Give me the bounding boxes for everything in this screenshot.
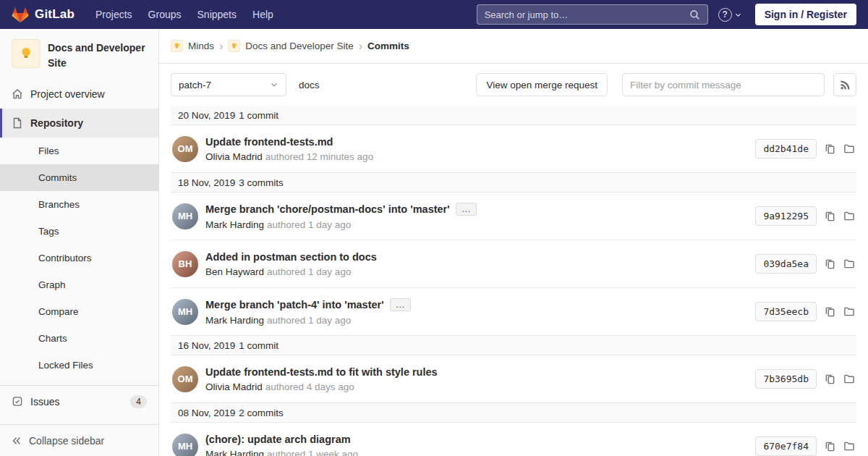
copy-icon [825,143,835,154]
sidebar-item-commits[interactable]: Commits [0,164,158,191]
copy-sha-button[interactable] [825,441,835,452]
author-avatar[interactable]: OM [172,136,198,162]
branch-selector-dropdown[interactable]: patch-7 [171,73,286,96]
copy-sha-button[interactable] [825,258,835,269]
sidebar-item-project-overview[interactable]: Project overview [0,80,158,109]
browse-files-button[interactable] [843,143,855,154]
commit-date: 20 Nov, 2019 [178,110,235,121]
project-header[interactable]: Docs and Developer Site [0,29,158,80]
author-avatar[interactable]: OM [172,366,198,392]
commit-sha-link[interactable]: 9a912295 [755,206,817,226]
breadcrumb-project-link[interactable]: Docs and Developer Site [245,41,353,51]
commit-title-link[interactable]: Added in postman section to docs [205,251,377,263]
commit-title-link[interactable]: (chore): update arch diagram [205,434,351,445]
browse-files-button[interactable] [843,258,855,269]
sidebar-item-tags[interactable]: Tags [0,218,158,245]
issues-count-badge: 4 [130,395,147,408]
commit-info: Update frontend-tests.md Olivia Madridau… [205,136,755,162]
commit-actions: 7d35eecb [755,302,856,321]
commit-time: authored 1 week ago [267,449,358,456]
sidebar-item-compare[interactable]: Compare [0,298,158,325]
commit-title-link[interactable]: Merge branch 'chore/postman-docs' into '… [205,203,450,215]
sidebar-item-branches[interactable]: Branches [0,191,158,218]
commit-author-link[interactable]: Mark Harding [205,219,264,230]
document-icon [12,117,23,129]
project-sidebar: Docs and Developer Site Project overview… [0,29,159,456]
browse-files-button[interactable] [843,211,855,221]
repository-submenu: Files Commits Branches Tags Contributors… [0,138,158,379]
help-menu-button[interactable]: ? [718,8,742,22]
commit-sha-link[interactable]: dd2b41de [755,139,817,159]
nav-link-projects[interactable]: Projects [88,0,140,29]
global-search[interactable] [477,4,708,25]
breadcrumb-group-link[interactable]: Minds [188,41,214,51]
commit-sha-link[interactable]: 7d35eecb [755,302,817,321]
home-icon [12,88,23,100]
nav-link-help[interactable]: Help [244,0,281,29]
sidebar-item-charts[interactable]: Charts [0,325,158,352]
gitlab-logo-link[interactable]: GitLab [12,7,75,23]
commit-sha-link[interactable]: 670e7f84 [755,436,817,456]
commit-sha-link[interactable]: 039da5ea [755,254,817,274]
filter-commit-message-input[interactable] [622,73,825,96]
sidebar-item-label: Project overview [30,88,105,100]
commit-title-link[interactable]: Update frontend-tests.md to fit with sty… [205,366,438,378]
browse-files-button[interactable] [843,306,855,317]
commit-date-header: 08 Nov, 2019 2 commits [171,402,856,423]
commit-meta: Olivia Madridauthored 4 days ago [205,381,755,392]
commit-row: BH Added in postman section to docs Ben … [171,240,856,288]
browse-files-button[interactable] [843,441,855,452]
author-avatar[interactable]: MH [172,299,198,325]
commit-time: authored 12 minutes ago [265,151,373,162]
commit-title-link[interactable]: Merge branch 'patch-4' into 'master' [205,299,384,311]
toggle-commit-description-button[interactable]: … [390,298,411,311]
commit-sha-link[interactable]: 7b3695db [755,369,817,389]
copy-icon [825,306,835,317]
sidebar-item-contributors[interactable]: Contributors [0,245,158,271]
ref-path-label[interactable]: docs [299,80,320,90]
commit-time: authored 1 day ago [267,266,351,277]
folder-icon [843,211,855,221]
toggle-commit-description-button[interactable]: … [456,203,477,216]
folder-icon [843,306,855,317]
commit-actions: dd2b41de [755,139,856,159]
lightbulb-icon [18,46,34,62]
author-avatar[interactable]: BH [172,251,198,277]
lightbulb-icon [173,42,181,50]
sidebar-item-issues[interactable]: Issues 4 [0,385,158,417]
commit-info: Added in postman section to docs Ben Hay… [205,251,755,277]
copy-sha-button[interactable] [825,373,835,384]
commit-meta: Ben Haywardauthored 1 day ago [205,266,755,277]
commit-author-link[interactable]: Olivia Madrid [205,381,263,392]
search-input[interactable] [485,9,689,20]
sidebar-item-locked-files[interactable]: Locked Files [0,352,158,379]
commit-author-link[interactable]: Mark Harding [205,315,264,326]
copy-sha-button[interactable] [825,143,835,154]
commits-feed-button[interactable] [833,73,856,96]
commit-title-link[interactable]: Update frontend-tests.md [205,136,333,148]
commit-date-header: 20 Nov, 2019 1 commit [171,106,856,125]
sign-in-register-button[interactable]: Sign in / Register [755,4,856,25]
commit-author-link[interactable]: Olivia Madrid [205,151,263,162]
collapse-sidebar-button[interactable]: Collapse sidebar [0,424,158,456]
nav-link-snippets[interactable]: Snippets [190,0,244,29]
commit-count: 3 commits [239,177,284,188]
commit-author-link[interactable]: Mark Harding [205,449,264,456]
nav-link-groups[interactable]: Groups [140,0,190,29]
commit-date: 18 Nov, 2019 [178,177,235,188]
author-avatar[interactable]: MH [172,203,198,229]
browse-files-button[interactable] [843,373,855,384]
copy-icon [825,373,835,384]
sidebar-item-graph[interactable]: Graph [0,271,158,298]
author-avatar[interactable]: MH [172,434,198,456]
commit-author-link[interactable]: Ben Hayward [205,266,264,277]
commit-date-header: 18 Nov, 2019 3 commits [171,172,856,193]
copy-sha-button[interactable] [825,306,835,317]
view-open-merge-request-button[interactable]: View open merge request [476,73,608,96]
sidebar-item-repository[interactable]: Repository [0,109,158,138]
project-title: Docs and Developer Site [48,39,147,71]
copy-sha-button[interactable] [825,211,835,221]
sidebar-item-files[interactable]: Files [0,138,158,164]
commit-actions: 7b3695db [755,369,856,389]
commit-meta: Mark Hardingauthored 1 day ago [205,315,755,326]
